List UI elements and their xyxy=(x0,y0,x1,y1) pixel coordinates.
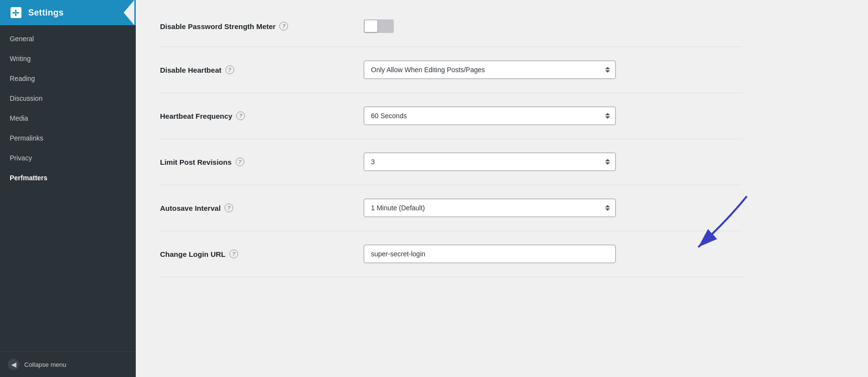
sidebar-header: ✛ Settings xyxy=(0,0,136,25)
select-disable-heartbeat[interactable]: Disable Everywhere Only Allow When Editi… xyxy=(364,61,616,79)
select-heartbeat-frequency[interactable]: 15 Seconds 30 Seconds 45 Seconds 60 Seco… xyxy=(364,107,616,125)
sidebar: ✛ Settings General Writing Reading Discu… xyxy=(0,0,136,377)
wordpress-logo: ✛ xyxy=(9,5,23,20)
control-autosave-interval: 1 Minute (Default) 2 Minutes 5 Minutes 1… xyxy=(364,199,742,217)
sidebar-item-media[interactable]: Media xyxy=(0,109,136,128)
label-text-limit-post-revisions: Limit Post Revisions xyxy=(160,158,232,166)
setting-label-disable-heartbeat: Disable Heartbeat ? xyxy=(160,65,344,74)
setting-label-disable-password: Disable Password Strength Meter ? xyxy=(160,22,344,31)
wp-logo-icon: ✛ xyxy=(9,6,23,19)
control-heartbeat-frequency: 15 Seconds 30 Seconds 45 Seconds 60 Seco… xyxy=(364,107,742,125)
toggle-knob xyxy=(365,20,377,32)
control-limit-post-revisions: 1 2 3 4 5 10 Unlimited xyxy=(364,153,742,171)
help-icon-disable-heartbeat[interactable]: ? xyxy=(225,65,234,74)
select-wrapper-heartbeat-frequency: 15 Seconds 30 Seconds 45 Seconds 60 Seco… xyxy=(364,107,616,125)
help-icon-heartbeat-frequency[interactable]: ? xyxy=(236,111,245,120)
help-icon-change-login-url[interactable]: ? xyxy=(229,250,238,258)
setting-label-limit-post-revisions: Limit Post Revisions ? xyxy=(160,157,344,166)
sidebar-item-permalinks[interactable]: Permalinks xyxy=(0,128,136,148)
control-disable-password xyxy=(364,19,742,33)
setting-row-disable-password: Disable Password Strength Meter ? xyxy=(160,15,742,47)
select-wrapper-disable-heartbeat: Disable Everywhere Only Allow When Editi… xyxy=(364,61,616,79)
svg-text:✛: ✛ xyxy=(12,9,19,18)
collapse-menu[interactable]: ◀ Collapse menu xyxy=(0,351,136,377)
select-wrapper-limit-post-revisions: 1 2 3 4 5 10 Unlimited xyxy=(364,153,616,171)
setting-row-heartbeat-frequency: Heartbeat Frequency ? 15 Seconds 30 Seco… xyxy=(160,93,742,139)
label-text-heartbeat-frequency: Heartbeat Frequency xyxy=(160,112,232,120)
setting-label-heartbeat-frequency: Heartbeat Frequency ? xyxy=(160,111,344,120)
control-change-login-url: super-secret-login xyxy=(364,245,742,263)
sidebar-item-writing[interactable]: Writing xyxy=(0,49,136,69)
control-disable-heartbeat: Disable Everywhere Only Allow When Editi… xyxy=(364,61,742,79)
label-text-autosave-interval: Autosave Interval xyxy=(160,204,221,212)
help-icon-limit-post-revisions[interactable]: ? xyxy=(236,157,244,166)
help-icon-disable-password[interactable]: ? xyxy=(279,22,288,31)
sidebar-item-discussion[interactable]: Discussion xyxy=(0,89,136,109)
toggle-disable-password[interactable] xyxy=(364,19,394,33)
collapse-icon: ◀ xyxy=(8,359,19,370)
select-limit-post-revisions[interactable]: 1 2 3 4 5 10 Unlimited xyxy=(364,153,616,171)
sidebar-item-general[interactable]: General xyxy=(0,29,136,49)
main-content: Disable Password Strength Meter ? Disabl… xyxy=(136,0,868,377)
sidebar-title: Settings xyxy=(28,8,64,18)
label-text-change-login-url: Change Login URL xyxy=(160,250,225,258)
setting-label-autosave-interval: Autosave Interval ? xyxy=(160,204,344,212)
setting-row-autosave-interval: Autosave Interval ? 1 Minute (Default) 2… xyxy=(160,185,742,231)
label-text-disable-password: Disable Password Strength Meter xyxy=(160,22,275,31)
setting-row-change-login-url: Change Login URL ? super-secret-login xyxy=(160,231,742,277)
header-arrow xyxy=(124,0,134,25)
sidebar-item-privacy[interactable]: Privacy xyxy=(0,148,136,168)
label-text-disable-heartbeat: Disable Heartbeat xyxy=(160,66,222,74)
setting-row-limit-post-revisions: Limit Post Revisions ? 1 2 3 4 5 10 Unli… xyxy=(160,139,742,185)
settings-table: Disable Password Strength Meter ? Disabl… xyxy=(160,15,742,277)
setting-label-change-login-url: Change Login URL ? xyxy=(160,250,344,258)
sidebar-nav: General Writing Reading Discussion Media… xyxy=(0,25,136,351)
select-wrapper-autosave-interval: 1 Minute (Default) 2 Minutes 5 Minutes 1… xyxy=(364,199,616,217)
help-icon-autosave-interval[interactable]: ? xyxy=(225,204,233,212)
sidebar-item-reading[interactable]: Reading xyxy=(0,69,136,89)
collapse-label: Collapse menu xyxy=(24,361,66,368)
setting-row-disable-heartbeat: Disable Heartbeat ? Disable Everywhere O… xyxy=(160,47,742,93)
change-login-url-input[interactable]: super-secret-login xyxy=(364,245,616,263)
select-autosave-interval[interactable]: 1 Minute (Default) 2 Minutes 5 Minutes 1… xyxy=(364,199,616,217)
sidebar-item-perfmatters[interactable]: Perfmatters xyxy=(0,168,136,188)
